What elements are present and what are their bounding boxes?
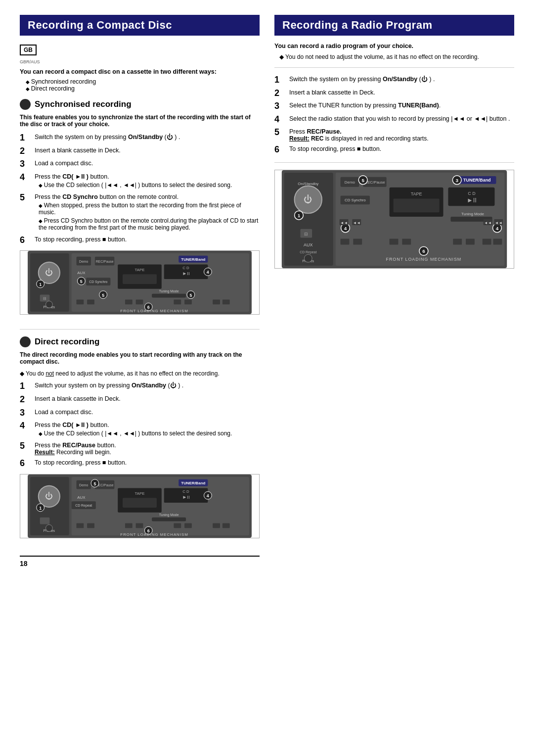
svg-point-55 <box>45 524 52 531</box>
direct-feature-bold: The direct recording mode enables you to… <box>20 351 260 365</box>
svg-text:C D: C D <box>468 190 475 195</box>
right-step-5: 5 Press REC/Pause. Result: REC is displa… <box>274 127 514 142</box>
svg-rect-72 <box>123 498 157 508</box>
svg-text:C D: C D <box>182 266 189 271</box>
svg-text:5: 5 <box>189 293 192 298</box>
svg-text:5: 5 <box>361 178 364 183</box>
svg-rect-39 <box>136 300 143 305</box>
svg-text:TAPE: TAPE <box>135 491 145 496</box>
svg-text:FRONT LOADING MECHANISM: FRONT LOADING MECHANISM <box>120 532 188 537</box>
svg-text:Demo: Demo <box>345 180 356 185</box>
svg-rect-35 <box>152 294 186 298</box>
sync-step-5-bullet-1: When stopped, press the button to start … <box>39 202 260 216</box>
svg-text:C D: C D <box>182 489 189 494</box>
svg-rect-119 <box>394 198 440 212</box>
svg-text:CD Repeat: CD Repeat <box>75 504 92 508</box>
sync-step-5: 5 Press the CD Synchro button on the rem… <box>20 192 260 233</box>
sync-feature-bold: This feature enables you to synchronize … <box>20 114 260 128</box>
svg-text:1: 1 <box>39 282 42 287</box>
svg-rect-53 <box>40 517 50 524</box>
svg-rect-36 <box>77 300 84 305</box>
svg-text:FRONT LOADING MECHANISM: FRONT LOADING MECHANISM <box>120 309 188 313</box>
svg-text:On/Standby: On/Standby <box>298 182 318 186</box>
right-step-4: 4 Select the radio station that you wish… <box>274 114 514 125</box>
right-intro-note: ◆ You do not need to adjust the volume, … <box>274 53 514 60</box>
svg-text:4: 4 <box>207 493 209 498</box>
right-column: Recording a Radio Program You can record… <box>274 15 514 567</box>
svg-rect-137 <box>353 239 362 245</box>
direct-step-4-bullet: Use the CD selection ( |◄◄ , ◄◄| ) butto… <box>39 430 260 437</box>
sync-icon <box>20 99 31 110</box>
svg-text:5: 5 <box>80 279 83 284</box>
svg-text:4: 4 <box>207 270 209 275</box>
svg-text:►II: ►II <box>182 494 189 500</box>
svg-rect-41 <box>184 300 192 305</box>
svg-text:Tuning Mode: Tuning Mode <box>159 289 179 293</box>
svg-text:TUNER/Band: TUNER/Band <box>181 480 205 485</box>
direct-step-5: 5 Press the REC/Pause button. Result: Re… <box>20 441 260 456</box>
right-divider-top <box>274 67 514 68</box>
direct-step-3: 3 Load a compact disc. <box>20 408 260 419</box>
right-intro-bold: You can record a radio program of your c… <box>274 43 514 49</box>
svg-text:►II: ►II <box>467 196 477 204</box>
svg-text:1: 1 <box>298 213 301 218</box>
svg-text:AUX: AUX <box>304 242 312 247</box>
svg-text:CD Repeat: CD Repeat <box>300 250 316 254</box>
svg-text:TUNER/Band: TUNER/Band <box>181 257 205 262</box>
right-step-1: 1 Switch the system on by pressing On/St… <box>274 75 514 86</box>
sync-divider <box>20 329 260 330</box>
sync-step-2: 2 Insert a blank cassette in Deck. <box>20 146 260 157</box>
svg-text:◄◄: ◄◄ <box>353 221 360 225</box>
svg-point-9 <box>45 301 52 308</box>
svg-text:AUX: AUX <box>77 271 86 276</box>
svg-rect-79 <box>87 523 94 528</box>
intro-list: Synchronised recording Direct recording <box>20 78 260 92</box>
sync-step-5-bullet-2: Press CD Synchro button on the remote co… <box>39 217 260 231</box>
radio-device-diagram: ⏻ On/Standby 1 ⊟ AUX CD Repeat Phones De… <box>274 170 514 269</box>
svg-text:6: 6 <box>422 248 425 254</box>
svg-text:CD Synchro: CD Synchro <box>345 198 366 202</box>
right-step-2: 2 Insert a blank cassette in Deck. <box>274 88 514 99</box>
svg-rect-142 <box>483 239 491 245</box>
svg-text:TAPE: TAPE <box>135 268 145 273</box>
svg-rect-138 <box>390 239 399 245</box>
svg-rect-85 <box>222 523 230 528</box>
sync-step-6: 6 To stop recording, press ■ button. <box>20 235 260 246</box>
page-number: 18 <box>20 560 28 567</box>
svg-rect-140 <box>453 239 462 245</box>
svg-text:◄◄: ◄◄ <box>340 221 348 225</box>
right-divider-mid <box>274 162 514 163</box>
page-num-area: 18 <box>20 556 260 567</box>
svg-rect-40 <box>174 300 181 305</box>
svg-text:4: 4 <box>344 226 347 231</box>
intro-item-1: Synchronised recording <box>26 78 260 85</box>
svg-text:TAPE: TAPE <box>411 191 422 196</box>
svg-text:Tuning Mode: Tuning Mode <box>159 513 179 517</box>
svg-text:Tuning Mode: Tuning Mode <box>461 212 484 216</box>
sync-step-4-bullet: Use the CD selection ( |◄◄ , ◄◄| ) butto… <box>39 182 260 189</box>
direct-step-6: 6 To stop recording, press ■ button. <box>20 458 260 469</box>
right-step-3: 3 Select the TUNER function by pressing … <box>274 101 514 112</box>
svg-text:REC/Pause: REC/Pause <box>96 260 114 263</box>
svg-rect-83 <box>184 523 192 528</box>
svg-text:◄◄: ◄◄ <box>484 221 492 225</box>
svg-text:⊟: ⊟ <box>43 297 46 301</box>
svg-text:CD Synchro: CD Synchro <box>89 280 107 284</box>
sync-steps: 1 Switch the system on by pressing On/St… <box>20 133 260 245</box>
svg-text:►II: ►II <box>182 271 189 277</box>
svg-rect-141 <box>466 239 475 245</box>
intro-item-2: Direct recording <box>26 85 260 92</box>
direct-device-diagram: ⏻ 1 Phones Demo REC/Pause 5 TUNER/Band C… <box>20 474 260 538</box>
direct-icon <box>20 336 31 347</box>
right-section-title: Recording a Radio Program <box>274 15 514 36</box>
svg-text:5: 5 <box>102 293 104 298</box>
svg-text:5: 5 <box>93 481 96 486</box>
direct-step-4: 4 Press the CD( ►II ) button. Use the CD… <box>20 421 260 438</box>
direct-section-title: Direct recording <box>20 336 260 347</box>
svg-rect-38 <box>125 300 133 305</box>
svg-rect-136 <box>341 239 350 245</box>
sync-device-diagram: ⏻ 1 ⊟ Phones Demo REC/Pause TUNER/Band C… <box>20 250 260 315</box>
svg-rect-84 <box>213 523 220 528</box>
svg-text:AUX: AUX <box>77 495 86 500</box>
svg-rect-81 <box>136 523 143 528</box>
